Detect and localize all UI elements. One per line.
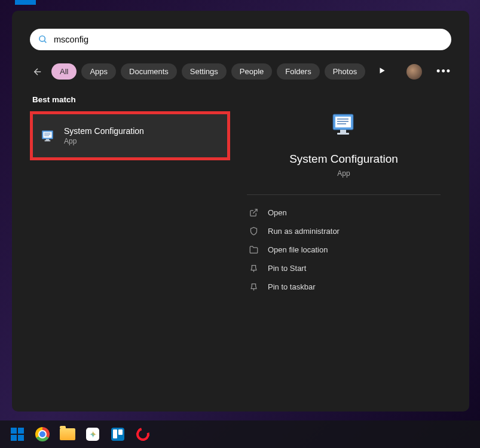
preview-title: System Configuration (243, 153, 444, 166)
system-configuration-icon (40, 128, 56, 144)
filter-settings[interactable]: Settings (182, 63, 227, 80)
action-pin-to-start-label: Pin to Start (268, 264, 306, 273)
taskbar-opera[interactable] (135, 426, 151, 442)
svg-rect-17 (337, 133, 349, 135)
svg-rect-9 (46, 139, 49, 140)
svg-rect-10 (45, 141, 51, 142)
folder-icon (249, 245, 258, 254)
best-match-label: Best match (30, 95, 230, 104)
svg-rect-5 (43, 132, 51, 138)
open-icon (249, 208, 258, 217)
start-search-panel: All Apps Documents Settings People Folde… (12, 11, 469, 412)
preview-system-configuration-icon (329, 111, 358, 139)
taskbar (0, 420, 480, 448)
chrome-icon (35, 427, 50, 441)
taskbar-file-explorer[interactable] (60, 426, 75, 442)
action-pin-to-taskbar[interactable]: Pin to taskbar (243, 278, 444, 296)
play-icon[interactable] (378, 66, 386, 77)
result-system-configuration[interactable]: System Configuration App (30, 111, 230, 160)
svg-line-1 (44, 41, 46, 42)
action-run-as-admin[interactable]: Run as administrator (243, 222, 444, 240)
action-run-as-admin-label: Run as administrator (268, 227, 340, 236)
filter-documents[interactable]: Documents (121, 63, 177, 80)
more-options-icon[interactable]: ••• (436, 65, 451, 78)
preview-panel: System Configuration App Open Run as adm… (236, 95, 451, 302)
svg-marker-3 (380, 68, 385, 73)
search-input[interactable] (54, 35, 443, 44)
preview-divider (247, 194, 441, 195)
window-accent (15, 0, 36, 5)
shield-icon (249, 227, 258, 236)
file-explorer-icon (60, 428, 75, 440)
filter-folders[interactable]: Folders (277, 63, 319, 80)
action-open[interactable]: Open (243, 203, 444, 222)
action-pin-to-start[interactable]: Pin to Start (243, 259, 444, 278)
result-subtitle: App (64, 137, 144, 145)
filter-row: All Apps Documents Settings People Folde… (30, 63, 451, 80)
taskbar-chrome[interactable] (35, 426, 50, 442)
start-button[interactable] (10, 426, 25, 442)
svg-point-0 (39, 36, 45, 41)
action-open-label: Open (268, 208, 287, 217)
search-icon (38, 35, 48, 44)
windows-logo-icon (11, 428, 24, 441)
user-avatar[interactable] (406, 64, 422, 80)
svg-rect-12 (335, 117, 351, 127)
trello-icon (111, 428, 124, 441)
back-arrow-icon[interactable] (30, 64, 45, 80)
filter-all[interactable]: All (51, 63, 77, 80)
result-text: System Configuration App (64, 126, 144, 145)
filter-pills: All Apps Documents Settings People Folde… (51, 63, 365, 80)
action-open-file-location[interactable]: Open file location (243, 240, 444, 259)
search-box[interactable] (30, 29, 451, 50)
pin-icon (249, 264, 258, 273)
filter-apps[interactable]: Apps (81, 63, 116, 80)
filter-people[interactable]: People (231, 63, 272, 80)
svg-line-18 (253, 209, 257, 214)
action-pin-to-taskbar-label: Pin to taskbar (268, 282, 316, 291)
result-title: System Configuration (64, 126, 144, 136)
opera-icon (134, 425, 152, 443)
taskbar-trello[interactable] (110, 426, 126, 442)
taskbar-slack[interactable] (85, 426, 100, 442)
results-left-column: Best match System Configuration App (30, 95, 230, 302)
action-open-file-location-label: Open file location (268, 245, 328, 254)
svg-rect-16 (340, 130, 346, 133)
action-list: Open Run as administrator Open file loca… (243, 203, 444, 296)
filter-photos[interactable]: Photos (325, 63, 365, 80)
slack-icon (86, 428, 99, 441)
pin-icon (249, 282, 258, 291)
results-content: Best match System Configuration App (30, 95, 451, 302)
preview-subtitle: App (243, 169, 444, 178)
